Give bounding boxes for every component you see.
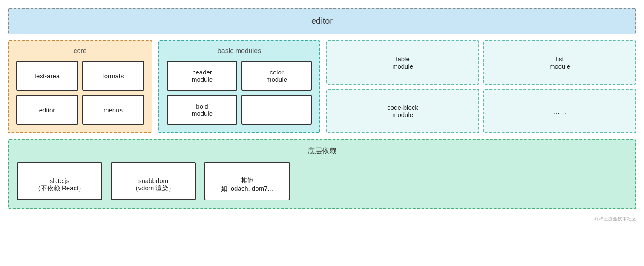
- right-item-code-block: code-block module: [326, 89, 479, 133]
- right-col: table module list module code-block modu…: [326, 40, 636, 133]
- basic-item-ellipsis: ……: [242, 95, 312, 125]
- basic-modules-grid: header module color module bold module ……: [167, 61, 312, 125]
- right-item-table: table module: [326, 40, 479, 85]
- diagram-wrapper: editor core text-area formats editor men…: [8, 8, 636, 222]
- watermark: @稀土掘金技术社区: [8, 216, 636, 222]
- dep-item-other: 其他 如 lodash, dom7...: [204, 162, 290, 200]
- basic-item-color: color module: [242, 61, 312, 91]
- core-item-editor: editor: [16, 95, 78, 125]
- dep-item-slate: slate.js （不依赖 React）: [17, 162, 102, 200]
- dep-item-snabbdom: snabbdom （vdom 渲染）: [111, 162, 196, 200]
- basic-modules-box: basic modules header module color module…: [158, 40, 320, 133]
- basic-item-header: header module: [167, 61, 237, 91]
- core-item-menus: menus: [82, 95, 144, 125]
- dep-box: 底层依赖 slate.js （不依赖 React） snabbdom （vdom…: [8, 139, 636, 209]
- right-item-ellipsis: ……: [483, 89, 636, 133]
- editor-box: editor: [8, 8, 636, 34]
- basic-item-bold: bold module: [167, 95, 237, 125]
- core-grid: text-area formats editor menus: [16, 61, 144, 125]
- right-item-list: list module: [483, 40, 636, 85]
- dep-title: 底层依赖: [17, 146, 627, 156]
- core-item-text-area: text-area: [16, 61, 78, 91]
- basic-modules-title: basic modules: [167, 47, 312, 55]
- core-item-formats: formats: [82, 61, 144, 91]
- dep-inner-row: slate.js （不依赖 React） snabbdom （vdom 渲染） …: [17, 162, 627, 200]
- middle-row: core text-area formats editor menus basi…: [8, 40, 636, 133]
- editor-label: editor: [311, 16, 333, 26]
- core-box: core text-area formats editor menus: [8, 40, 152, 133]
- core-title: core: [16, 47, 144, 55]
